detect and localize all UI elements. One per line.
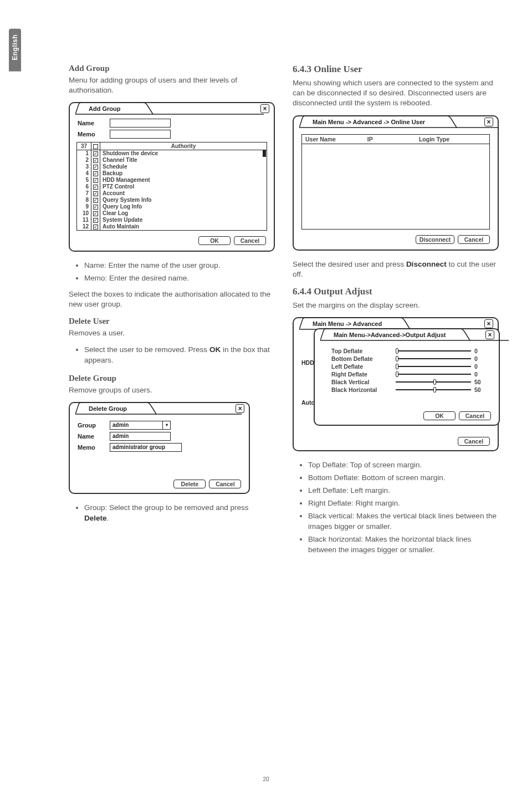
authority-index: 2 xyxy=(77,157,91,164)
slider-thumb[interactable] xyxy=(396,356,398,361)
name-input[interactable] xyxy=(110,119,171,128)
delete-user-intro: Removes a user. xyxy=(69,328,275,338)
authority-header: Authority xyxy=(100,142,267,150)
slider-value: 50 xyxy=(474,386,488,393)
delete-button[interactable]: Delete xyxy=(173,480,206,488)
slider-value: 0 xyxy=(474,348,488,354)
cancel-button[interactable]: Cancel xyxy=(458,437,490,446)
slider-thumb[interactable] xyxy=(396,348,398,354)
cancel-button[interactable]: Cancel xyxy=(459,411,491,420)
output-adjust-heading: 6.4.4 Output Adjust xyxy=(293,286,499,297)
slider-label: Black Vertical xyxy=(331,379,392,385)
authority-row: 11✓System Update xyxy=(77,217,267,223)
table-body[interactable] xyxy=(301,144,490,230)
dialog-title: Delete Group xyxy=(89,405,127,412)
slider-track[interactable] xyxy=(396,389,471,390)
authority-row: 8✓Query System Info xyxy=(77,197,267,203)
name-label: Name xyxy=(78,120,110,126)
slider-value: 50 xyxy=(474,379,488,385)
authority-label: Schedule xyxy=(100,164,267,170)
memo-input[interactable] xyxy=(110,130,171,139)
close-icon[interactable]: × xyxy=(260,104,269,113)
slider-row: Black Vertical50 xyxy=(315,378,499,386)
close-icon[interactable]: × xyxy=(236,404,244,413)
chevron-down-icon: ▾ xyxy=(162,421,170,429)
slider-row: Black Horizontal50 xyxy=(315,386,499,394)
slider-track[interactable] xyxy=(396,350,471,351)
authority-index: 3 xyxy=(77,164,91,170)
authority-index: 7 xyxy=(77,190,91,197)
authority-label: Backup xyxy=(100,170,267,177)
authority-index: 9 xyxy=(77,203,91,210)
language-tab: English xyxy=(9,29,21,72)
online-user-intro: Menu showing which users are connected t… xyxy=(293,78,499,109)
slider-thumb[interactable] xyxy=(396,364,398,369)
bullet-name: Name: Enter the name of the user group. xyxy=(84,261,275,271)
slider-thumb[interactable] xyxy=(396,371,398,377)
authority-checkbox[interactable]: ✓ xyxy=(91,223,100,230)
cancel-button[interactable]: Cancel xyxy=(458,235,490,244)
authority-row: 4✓Backup xyxy=(77,170,267,177)
output-adjust-intro: Set the margins on the display screen. xyxy=(293,300,499,310)
authority-row: 6✓PTZ Control xyxy=(77,184,267,190)
authority-checkbox[interactable]: ✓ xyxy=(91,157,100,164)
bullet-memo: Memo: Enter the desired name. xyxy=(84,273,275,284)
authority-checkbox[interactable]: ✓ xyxy=(91,164,100,170)
delete-group-intro: Remove groups of users. xyxy=(69,385,275,395)
authority-index: 4 xyxy=(77,170,91,177)
list-item: Left Deflate: Left margin. xyxy=(308,486,499,496)
close-icon[interactable]: × xyxy=(484,118,493,126)
delete-user-heading: Delete User xyxy=(69,317,275,326)
authority-table: 37 Authority 1✓Shutdown the device2✓Chan… xyxy=(76,142,267,231)
close-icon[interactable]: × xyxy=(485,330,494,339)
name-label: Name xyxy=(78,433,110,440)
delete-group-dialog: Delete Group × Group admin ▾ Name admin … xyxy=(69,402,250,494)
slider-track[interactable] xyxy=(396,381,471,383)
authority-checkbox[interactable]: ✓ xyxy=(91,177,100,184)
dialog-title: Main Menu -> Advanced xyxy=(313,320,382,327)
group-dropdown[interactable]: admin ▾ xyxy=(110,421,171,430)
memo-label: Memo xyxy=(78,444,110,451)
authority-checkbox[interactable]: ✓ xyxy=(91,197,100,203)
slider-label: Bottom Deflate xyxy=(331,355,392,362)
authority-label: Query Log Info xyxy=(100,203,267,210)
authority-checkbox[interactable]: ✓ xyxy=(91,210,100,217)
authority-checkbox[interactable]: ✓ xyxy=(91,184,100,190)
scrollbar-thumb[interactable] xyxy=(263,150,266,157)
slider-label: Top Deflate xyxy=(331,348,392,354)
slider-row: Right Deflate0 xyxy=(315,370,499,378)
authority-checkbox[interactable]: ✓ xyxy=(91,190,100,197)
slider-value: 0 xyxy=(474,355,488,362)
authority-row: 3✓Schedule xyxy=(77,164,267,170)
add-group-heading: Add Group xyxy=(69,64,275,73)
authority-checkbox[interactable]: ✓ xyxy=(91,203,100,210)
slider-track[interactable] xyxy=(396,358,471,359)
slider-track[interactable] xyxy=(396,366,471,367)
add-group-dialog: Add Group × Name Memo 37 Authority xyxy=(69,102,275,252)
select-boxes-text: Select the boxes to indicate the authori… xyxy=(69,289,275,309)
cancel-button[interactable]: Cancel xyxy=(209,480,241,488)
slider-thumb[interactable] xyxy=(433,379,436,385)
slider-row: Bottom Deflate0 xyxy=(315,355,499,363)
authority-checkbox[interactable]: ✓ xyxy=(91,170,100,177)
cancel-button[interactable]: Cancel xyxy=(234,236,266,245)
check-all[interactable] xyxy=(91,142,100,150)
authority-index: 11 xyxy=(77,217,91,223)
close-icon[interactable]: × xyxy=(484,319,493,328)
slider-track[interactable] xyxy=(396,374,471,375)
output-adjust-dialog: Main Menu->Advanced->Output Adjust × Top… xyxy=(314,328,500,426)
slider-thumb[interactable] xyxy=(433,387,436,393)
authority-row: 10✓Clear Log xyxy=(77,210,267,217)
authority-index: 5 xyxy=(77,177,91,184)
authority-checkbox[interactable]: ✓ xyxy=(91,150,100,157)
authority-checkbox[interactable]: ✓ xyxy=(91,217,100,223)
authority-label: PTZ Control xyxy=(100,184,267,190)
list-item: Right Deflate: Right margin. xyxy=(308,498,499,509)
slider-label: Right Deflate xyxy=(331,371,392,378)
ok-button[interactable]: OK xyxy=(423,411,456,420)
disconnect-button[interactable]: Disconnect xyxy=(416,235,454,244)
slider-label: Left Deflate xyxy=(331,363,392,370)
authority-count: 37 xyxy=(77,142,91,150)
ok-button[interactable]: OK xyxy=(198,236,231,245)
authority-index: 1 xyxy=(77,150,91,157)
